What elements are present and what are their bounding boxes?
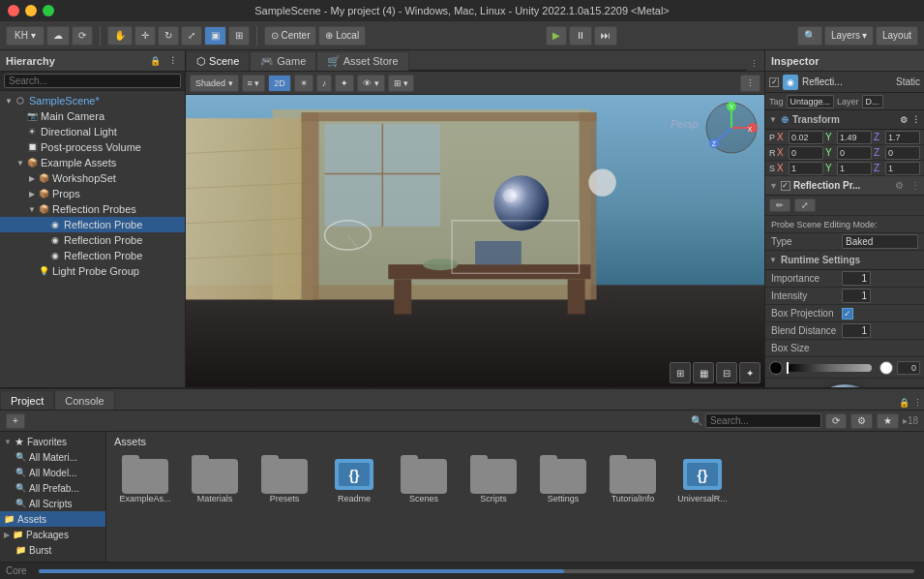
rp-menu-icon[interactable]: ⋮: [910, 180, 920, 191]
scene-overlay-btn-2[interactable]: ▦: [693, 362, 714, 383]
asset-materials[interactable]: Materials: [182, 453, 248, 505]
minimize-button[interactable]: [25, 5, 37, 16]
transform-arrow[interactable]: ▼: [769, 115, 777, 124]
rot-z-value[interactable]: 0: [885, 146, 920, 160]
hierarchy-item-0[interactable]: ▼⬡SampleScene*: [0, 93, 185, 108]
rotate-tool[interactable]: ↻: [158, 26, 179, 46]
scene-options-icon[interactable]: ⋮: [747, 57, 760, 71]
rp-collapse-arrow[interactable]: ▼: [769, 181, 778, 191]
burst-item[interactable]: 📁 Burst: [0, 542, 105, 558]
hierarchy-item-9[interactable]: ◉Reflection Probe: [0, 232, 185, 248]
transform-settings-icon[interactable]: ⚙: [900, 115, 908, 125]
create-button[interactable]: +: [6, 413, 25, 429]
layout-button[interactable]: Layout: [876, 26, 918, 46]
runtime-settings-arrow[interactable]: ▼: [769, 256, 777, 264]
hierarchy-item-10[interactable]: ◉Reflection Probe: [0, 248, 185, 263]
obj-active-checkbox[interactable]: ✓: [769, 77, 779, 87]
asset-readme[interactable]: {} Readme: [321, 453, 387, 505]
fav-models[interactable]: 🔍 All Model...: [0, 465, 105, 480]
project-star-btn[interactable]: ★: [877, 413, 899, 429]
hierarchy-search-input[interactable]: [4, 74, 181, 88]
asset-scenes[interactable]: Scenes: [391, 453, 457, 505]
rot-x-value[interactable]: 0: [789, 146, 823, 160]
project-menu-icon[interactable]: ⋮: [910, 396, 924, 410]
pos-x-value[interactable]: 0.02: [789, 131, 823, 144]
hierarchy-item-6[interactable]: ▶📦Props: [0, 186, 185, 201]
fav-prefabs[interactable]: 🔍 All Prefab...: [0, 480, 105, 496]
scene-fx-btn[interactable]: ✦: [335, 75, 354, 92]
blend-distance-value[interactable]: 1: [842, 323, 871, 338]
fav-materials[interactable]: 🔍 All Materi...: [0, 449, 105, 465]
local-global-button[interactable]: ⊕ Local: [318, 26, 366, 46]
asset-settings[interactable]: Settings: [530, 453, 596, 505]
scene-audio-btn[interactable]: ♪: [316, 75, 333, 92]
scale-x-value[interactable]: 1: [789, 162, 823, 175]
step-button[interactable]: ⏭: [594, 26, 617, 46]
color-stop-start[interactable]: [769, 361, 783, 375]
scene-overlay-btn-1[interactable]: ⊞: [670, 362, 691, 383]
scene-2d-btn[interactable]: 2D: [268, 75, 291, 92]
close-button[interactable]: [8, 5, 19, 16]
layers-dropdown[interactable]: Layers ▾: [824, 26, 874, 46]
project-lock-icon[interactable]: 🔒: [897, 396, 910, 410]
favorites-header[interactable]: ▼ ★ Favorites: [0, 434, 105, 449]
scene-wireframe-btn[interactable]: ≡ ▾: [242, 75, 266, 92]
maximize-button[interactable]: [43, 5, 54, 16]
project-refresh-btn[interactable]: ⟳: [825, 413, 847, 429]
hierarchy-item-11[interactable]: 💡Light Probe Group: [0, 263, 185, 279]
tab-console[interactable]: Console: [54, 390, 114, 410]
probe-edit-btn-2[interactable]: ⤢: [794, 198, 816, 212]
asset-tutorial-info[interactable]: TutorialInfo: [600, 453, 666, 505]
tag-value[interactable]: Untagge...: [787, 95, 835, 108]
hierarchy-item-2[interactable]: ☀Directional Light: [0, 124, 185, 139]
pivot-center-button[interactable]: ⊙ Center: [264, 26, 317, 46]
color-stop-mid[interactable]: [879, 361, 893, 375]
scale-z-value[interactable]: 1: [885, 162, 920, 175]
asset-example-assets[interactable]: ExampleAs...: [112, 453, 178, 505]
tab-asset-store[interactable]: 🛒 Asset Store: [316, 51, 408, 71]
play-button[interactable]: ▶: [546, 26, 567, 46]
cloud-button[interactable]: ☁: [46, 26, 70, 46]
scale-tool[interactable]: ⤢: [181, 26, 202, 46]
hierarchy-item-4[interactable]: ▼📦Example Assets: [0, 155, 185, 170]
scene-gizmo[interactable]: X Y Z: [702, 99, 760, 157]
scene-light-btn[interactable]: ☀: [294, 75, 313, 92]
move-tool[interactable]: ✛: [134, 26, 156, 46]
transform-tool[interactable]: ⊞: [228, 26, 250, 46]
packages-item[interactable]: ▶ 📁 Packages: [0, 527, 105, 542]
scale-y-value[interactable]: 1: [837, 162, 872, 175]
hierarchy-lock-icon[interactable]: 🔒: [148, 54, 162, 68]
intensity-value[interactable]: 1: [842, 289, 871, 303]
rp-active-toggle[interactable]: ✓: [781, 181, 790, 191]
project-search-input[interactable]: [705, 413, 821, 428]
scene-view-dropdown[interactable]: Shaded ▾: [190, 75, 239, 92]
box-projection-checkbox[interactable]: ✓: [842, 308, 853, 320]
hand-tool[interactable]: ✋: [107, 26, 133, 46]
tab-game[interactable]: 🎮 Game: [250, 51, 316, 71]
pos-y-value[interactable]: 1.49: [837, 131, 872, 144]
probe-edit-btn-1[interactable]: ✏: [769, 198, 790, 212]
asset-scripts[interactable]: Scripts: [461, 453, 526, 505]
scene-overlay-btn-3[interactable]: ⊟: [716, 362, 737, 383]
layer-value[interactable]: D...: [862, 95, 883, 108]
rot-y-value[interactable]: 0: [837, 146, 872, 160]
tab-scene[interactable]: ⬡ Scene: [186, 51, 250, 71]
hierarchy-item-8[interactable]: ◉Reflection Probe: [0, 217, 185, 232]
pause-button[interactable]: ⏸: [569, 26, 592, 46]
rp-settings-icon[interactable]: ⚙: [895, 180, 904, 191]
scene-view[interactable]: Persp X Y: [186, 95, 764, 387]
asset-presets[interactable]: Presets: [252, 453, 317, 505]
project-settings-btn[interactable]: ⚙: [850, 413, 873, 429]
scene-gizmos-btn[interactable]: 👁 ▾: [357, 75, 385, 92]
transform-menu-icon[interactable]: ⋮: [911, 115, 920, 125]
rect-tool[interactable]: ▣: [204, 26, 226, 46]
asset-universal-r[interactable]: {} UniversalR...: [670, 453, 735, 505]
hierarchy-item-7[interactable]: ▼📦Reflection Probes: [0, 201, 185, 217]
account-button[interactable]: KH ▾: [6, 26, 45, 46]
hierarchy-item-3[interactable]: 🔲Post-process Volume: [0, 139, 185, 155]
fav-scripts[interactable]: 🔍 All Scripts: [0, 496, 105, 511]
slider-value[interactable]: 0: [897, 361, 920, 375]
collab-button[interactable]: ⟳: [72, 26, 93, 46]
hierarchy-item-5[interactable]: ▶📦WorkshopSet: [0, 170, 185, 186]
importance-value[interactable]: 1: [842, 271, 871, 286]
